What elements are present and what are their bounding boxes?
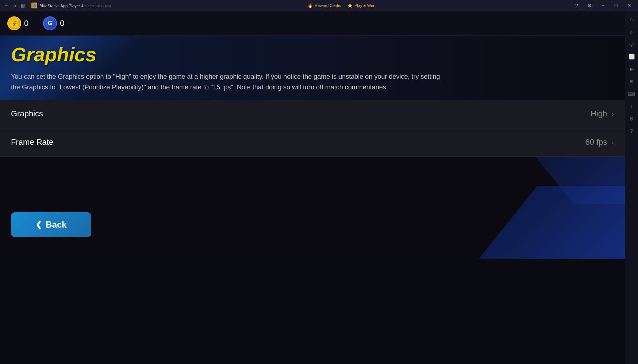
graphics-setting-row[interactable]: Graphics High › [0, 100, 625, 128]
star-icon: ⭐ [347, 3, 353, 8]
coin-icon-blue: G [43, 16, 57, 30]
right-sidebar: ⌂ ⌕ ◎ ⬜ ▶ ≡ ⌨ ♪ ⚙ ? [625, 11, 638, 364]
sidebar-icon-settings[interactable]: ⚙ [626, 113, 637, 124]
graphics-description: You can set the Graphics option to "High… [11, 71, 449, 93]
bottom-area: ❮ Back [0, 157, 625, 259]
nav-back-button[interactable]: ← [3, 2, 10, 9]
graphics-title-section: Graphics You can set the Graphics option… [0, 36, 625, 100]
sidebar-icon-gamepad[interactable]: ◎ [626, 39, 637, 50]
app-name: BlueStacks App Player 4 5.14.0.1041 · P6… [39, 2, 111, 9]
sidebar-icon-layers[interactable]: ≡ [626, 76, 637, 87]
framerate-label: Frame Rate [11, 138, 53, 147]
graphics-value-container: High › [591, 109, 614, 119]
framerate-chevron-right-icon: › [611, 138, 614, 147]
app-icon: 🔷 [31, 3, 37, 8]
reward-center-button[interactable]: 🔥 Reward Center [308, 3, 342, 8]
sidebar-icon-volume[interactable]: ♪ [626, 101, 637, 112]
sidebar-icon-home[interactable]: ⌂ [626, 14, 637, 25]
title-bar-left: ← ⌂ ▦ 🔷 BlueStacks App Player 4 5.14.0.1… [3, 2, 111, 9]
settings-button[interactable]: ⚙ [584, 1, 596, 9]
sidebar-icon-keyboard[interactable]: ⌨ [626, 88, 637, 99]
sidebar-icon-screenshot[interactable]: ⬜ [626, 51, 637, 62]
coin-count-1: 0 [24, 19, 28, 28]
sidebar-icon-video[interactable]: ▶ [626, 63, 637, 74]
sidebar-icon-search[interactable]: ⌕ [626, 26, 637, 37]
maximize-button[interactable]: □ [610, 1, 622, 9]
minimize-button[interactable]: − [597, 1, 609, 9]
deco-shape-right [479, 186, 625, 259]
framerate-setting-row[interactable]: Frame Rate 60 fps › [0, 128, 625, 157]
title-bar-nav: ← ⌂ ▦ [3, 2, 26, 9]
play-win-button[interactable]: ⭐ Play & Win [347, 3, 374, 8]
title-bar-center: 🔥 Reward Center ⭐ Play & Win [308, 3, 374, 8]
title-bar-controls: ? ⚙ − □ ✕ [571, 1, 635, 9]
framerate-value: 60 fps [585, 138, 607, 147]
nav-multi-button[interactable]: ▦ [19, 2, 26, 9]
main-area: 💰 0 G 0 Graphics You can set the Graphic… [0, 11, 625, 364]
help-button[interactable]: ? [571, 1, 583, 9]
back-chevron-icon: ❮ [35, 220, 42, 229]
title-bar: ← ⌂ ▦ 🔷 BlueStacks App Player 4 5.14.0.1… [0, 0, 638, 11]
coin-icon-yellow: 💰 [7, 16, 21, 30]
coin-item-1: 💰 0 [7, 16, 28, 30]
header-bar: 💰 0 G 0 [0, 11, 625, 36]
graphics-chevron-right-icon: › [611, 110, 614, 118]
coin-item-2: G 0 [43, 16, 64, 30]
nav-home-button[interactable]: ⌂ [11, 2, 18, 9]
sidebar-icon-question[interactable]: ? [626, 125, 637, 136]
back-label: Back [46, 220, 66, 230]
framerate-value-container: 60 fps › [585, 138, 614, 147]
back-button[interactable]: ❮ Back [11, 212, 91, 237]
graphics-value: High [591, 109, 607, 119]
coin-count-2: 0 [60, 19, 64, 28]
settings-section: Graphics High › Frame Rate 60 fps › [0, 100, 625, 157]
graphics-title: Graphics [11, 43, 614, 66]
graphics-label: Graphics [11, 109, 43, 119]
close-button[interactable]: ✕ [623, 1, 635, 9]
fire-icon: 🔥 [308, 3, 313, 8]
